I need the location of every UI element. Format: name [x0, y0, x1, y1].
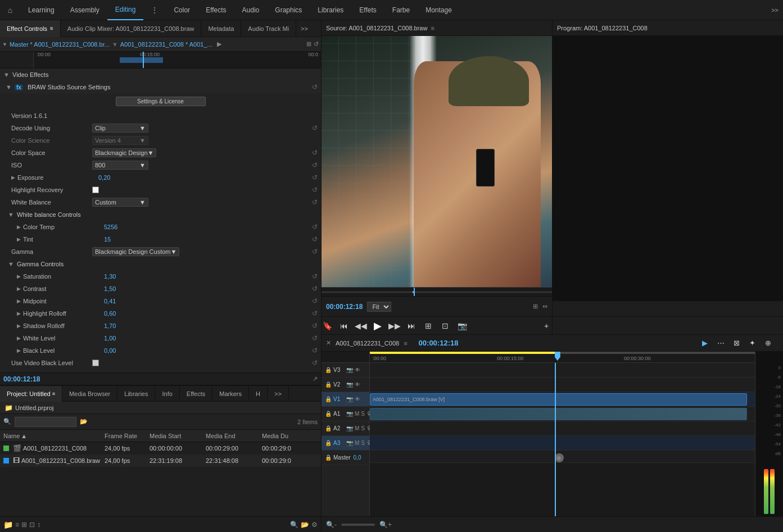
- proj-tab-more[interactable]: >>: [268, 386, 289, 402]
- timeline-menu-icon[interactable]: ≡: [404, 340, 407, 347]
- track-s-a2[interactable]: S: [361, 425, 365, 431]
- track-v1[interactable]: A001_08122231_C008.braw [V]: [370, 392, 755, 407]
- track-lock-v2[interactable]: 🔒: [325, 381, 332, 388]
- go-next-icon[interactable]: ⏭: [406, 320, 417, 331]
- tab-audio-track-mixer[interactable]: Audio Track Mi: [241, 20, 296, 37]
- source-compare-icon[interactable]: ⇔: [542, 303, 547, 310]
- timeline-close-icon[interactable]: ✕: [326, 339, 331, 347]
- midpoint-value[interactable]: 0,41: [104, 298, 116, 304]
- shadow-rolloff-reset[interactable]: ↺: [312, 322, 318, 330]
- exposure-expand[interactable]: ▶: [11, 175, 15, 180]
- source-scrubber[interactable]: [322, 287, 552, 296]
- use-video-black-checkbox[interactable]: ✓: [92, 360, 99, 366]
- ec-export-icon[interactable]: ↗: [313, 375, 318, 383]
- icon-view-icon[interactable]: ⊞: [21, 521, 27, 529]
- proj-tab-effects[interactable]: Effects: [180, 386, 212, 402]
- master-scroll-icon[interactable]: ⊙: [555, 453, 564, 462]
- saturation-expand[interactable]: ▶: [17, 274, 21, 279]
- black-level-reset[interactable]: ↺: [312, 347, 318, 354]
- fit-dropdown[interactable]: Fit: [367, 302, 391, 312]
- nav-libraries[interactable]: Libraries: [310, 0, 351, 20]
- folder-icon-bottom[interactable]: 📂: [301, 521, 309, 529]
- track-lock-v3[interactable]: 🔒: [325, 367, 332, 373]
- decode-using-dropdown[interactable]: Clip ▼: [92, 124, 148, 133]
- track-v2[interactable]: [370, 378, 755, 392]
- highlight-rolloff-expand[interactable]: ▶: [17, 311, 21, 316]
- track-camera-a1[interactable]: 📷: [346, 411, 353, 417]
- white-balance-reset[interactable]: ↺: [312, 198, 318, 206]
- col-mediadu-header[interactable]: Media Du: [262, 433, 307, 439]
- color-temp-expand[interactable]: ▶: [17, 224, 21, 230]
- col-mediastart-header[interactable]: Media Start: [150, 433, 206, 439]
- track-lock-a2[interactable]: 🔒: [325, 425, 332, 431]
- highlight-recovery-reset[interactable]: ↺: [312, 186, 318, 194]
- source-settings-icon[interactable]: ⊞: [533, 303, 538, 310]
- ripple-tool[interactable]: ⊠: [730, 337, 743, 349]
- tab-metadata[interactable]: Metadata: [201, 20, 241, 37]
- nav-assembly[interactable]: Assembly: [62, 0, 107, 20]
- proj-tab-markers[interactable]: Markers: [212, 386, 249, 402]
- table-row[interactable]: 🎬 A001_08122231_C008 24,00 fps 00:00:00:…: [0, 442, 321, 454]
- track-select-tool[interactable]: ⋯: [714, 337, 727, 349]
- proj-tab-libraries[interactable]: Libraries: [117, 386, 155, 402]
- track-lock-master[interactable]: 🔒: [325, 454, 332, 461]
- highlight-rolloff-reset[interactable]: ↺: [312, 310, 318, 317]
- breadcrumb-master[interactable]: Master * A001_08122231_C008.br...: [10, 41, 110, 48]
- breadcrumb-clip[interactable]: A001_08122231_C008 * A001_...: [120, 41, 212, 48]
- tint-reset[interactable]: ↺: [312, 235, 318, 243]
- gamma-dropdown[interactable]: Blackmagic Design Custom ▼: [92, 247, 179, 256]
- video-effects-toggle[interactable]: ▼: [3, 71, 10, 78]
- track-eye-v1[interactable]: 👁: [355, 396, 360, 402]
- freeform-icon[interactable]: ⊡: [29, 521, 35, 529]
- project-tab-menu[interactable]: ≡: [52, 391, 55, 397]
- timeline-zoom-in-icon[interactable]: 🔍+: [379, 521, 392, 529]
- iso-dropdown[interactable]: 800 ▼: [92, 161, 148, 170]
- video-clip-v1[interactable]: A001_08122231_C008.braw [V]: [370, 393, 747, 406]
- tint-expand[interactable]: ▶: [17, 237, 21, 242]
- nav-editing-dots[interactable]: ⋮: [143, 0, 166, 20]
- iso-reset[interactable]: ↺: [312, 161, 318, 169]
- contrast-value[interactable]: 1,50: [104, 285, 116, 292]
- safe-margins-icon[interactable]: ⊡: [440, 320, 451, 331]
- nav-montage[interactable]: Montage: [418, 0, 460, 20]
- track-master[interactable]: ⊙: [370, 451, 755, 463]
- track-v3[interactable]: [370, 363, 755, 378]
- home-button[interactable]: ⌂: [0, 0, 20, 20]
- color-science-dropdown[interactable]: Version 4 ▼: [92, 136, 148, 145]
- black-level-value[interactable]: 0,00: [104, 347, 116, 354]
- mini-timeline[interactable]: :00:00 00:15:00 00:0: [0, 52, 321, 69]
- settings-bottom-icon[interactable]: ⚙: [311, 521, 318, 529]
- timeline-zoom-slider[interactable]: [341, 524, 375, 526]
- contrast-expand[interactable]: ▶: [17, 286, 21, 292]
- track-camera-v3[interactable]: 📷: [346, 367, 353, 373]
- exposure-reset[interactable]: ↺: [312, 174, 318, 181]
- track-s-a1[interactable]: S: [361, 411, 365, 417]
- loop-icon[interactable]: ⊞: [423, 320, 434, 331]
- gamma-reset[interactable]: ↺: [312, 248, 318, 256]
- track-content[interactable]: :00:00 00:00:15:00 00:00:30:00: [370, 352, 755, 516]
- table-row[interactable]: 🎞 A001_08122231_C008.braw 24,00 fps 22:3…: [0, 454, 321, 467]
- track-eye-v3[interactable]: 👁: [355, 367, 360, 373]
- color-space-dropdown[interactable]: Blackmagic Design ▼: [92, 148, 156, 157]
- nav-editing[interactable]: Editing: [107, 0, 144, 20]
- nav-effets[interactable]: Effets: [351, 0, 384, 20]
- use-video-black-reset[interactable]: ↺: [312, 359, 318, 367]
- white-level-value[interactable]: 1,00: [104, 335, 116, 342]
- nav-more-button[interactable]: >>: [767, 0, 783, 20]
- step-back-icon[interactable]: ◀◀: [355, 320, 366, 331]
- track-a3[interactable]: [370, 436, 755, 451]
- timeline-zoom-out-icon[interactable]: 🔍-: [326, 521, 337, 529]
- nav-farbe[interactable]: Farbe: [384, 0, 418, 20]
- proj-tab-media-browser[interactable]: Media Browser: [62, 386, 117, 402]
- nav-learning[interactable]: Learning: [20, 0, 62, 20]
- shadow-rolloff-expand[interactable]: ▶: [17, 323, 21, 329]
- breadcrumb-nav-icon[interactable]: ▶: [217, 40, 221, 48]
- track-a2[interactable]: [370, 421, 755, 436]
- mark-in-icon[interactable]: 🔖: [322, 320, 333, 331]
- play-button[interactable]: ▶: [372, 320, 383, 331]
- midpoint-expand[interactable]: ▶: [17, 298, 21, 304]
- shadow-rolloff-value[interactable]: 1,70: [104, 322, 116, 329]
- midpoint-reset[interactable]: ↺: [312, 297, 318, 305]
- track-m-a1[interactable]: M: [355, 411, 359, 417]
- settings-license-button[interactable]: Settings & License: [116, 97, 206, 106]
